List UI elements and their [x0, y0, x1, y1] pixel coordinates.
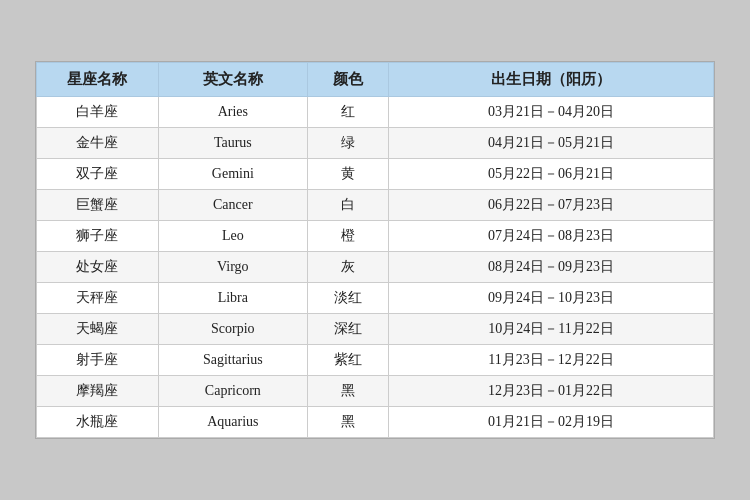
table-row: 狮子座Leo橙07月24日－08月23日	[37, 221, 714, 252]
cell-color: 深红	[307, 314, 388, 345]
cell-en: Aquarius	[158, 407, 307, 438]
cell-color: 黄	[307, 159, 388, 190]
cell-en: Leo	[158, 221, 307, 252]
cell-color: 橙	[307, 221, 388, 252]
table-row: 射手座Sagittarius紫红11月23日－12月22日	[37, 345, 714, 376]
zodiac-table: 星座名称 英文名称 颜色 出生日期（阳历） 白羊座Aries红03月21日－04…	[36, 62, 714, 438]
table-row: 天秤座Libra淡红09月24日－10月23日	[37, 283, 714, 314]
header-date: 出生日期（阳历）	[389, 63, 714, 97]
header-color: 颜色	[307, 63, 388, 97]
cell-zh: 白羊座	[37, 97, 159, 128]
cell-date: 10月24日－11月22日	[389, 314, 714, 345]
cell-en: Scorpio	[158, 314, 307, 345]
cell-color: 紫红	[307, 345, 388, 376]
cell-date: 06月22日－07月23日	[389, 190, 714, 221]
cell-en: Virgo	[158, 252, 307, 283]
table-row: 白羊座Aries红03月21日－04月20日	[37, 97, 714, 128]
cell-date: 12月23日－01月22日	[389, 376, 714, 407]
cell-zh: 天蝎座	[37, 314, 159, 345]
header-zh: 星座名称	[37, 63, 159, 97]
cell-color: 红	[307, 97, 388, 128]
table-row: 摩羯座Capricorn黑12月23日－01月22日	[37, 376, 714, 407]
cell-en: Libra	[158, 283, 307, 314]
cell-color: 黑	[307, 407, 388, 438]
cell-date: 11月23日－12月22日	[389, 345, 714, 376]
table-row: 巨蟹座Cancer白06月22日－07月23日	[37, 190, 714, 221]
cell-zh: 天秤座	[37, 283, 159, 314]
cell-date: 09月24日－10月23日	[389, 283, 714, 314]
table-row: 金牛座Taurus绿04月21日－05月21日	[37, 128, 714, 159]
table-row: 天蝎座Scorpio深红10月24日－11月22日	[37, 314, 714, 345]
cell-zh: 摩羯座	[37, 376, 159, 407]
header-en: 英文名称	[158, 63, 307, 97]
cell-en: Aries	[158, 97, 307, 128]
cell-date: 07月24日－08月23日	[389, 221, 714, 252]
cell-en: Sagittarius	[158, 345, 307, 376]
cell-date: 08月24日－09月23日	[389, 252, 714, 283]
cell-date: 03月21日－04月20日	[389, 97, 714, 128]
cell-zh: 狮子座	[37, 221, 159, 252]
cell-en: Gemini	[158, 159, 307, 190]
cell-zh: 双子座	[37, 159, 159, 190]
cell-zh: 金牛座	[37, 128, 159, 159]
cell-date: 01月21日－02月19日	[389, 407, 714, 438]
table-body: 白羊座Aries红03月21日－04月20日金牛座Taurus绿04月21日－0…	[37, 97, 714, 438]
cell-color: 绿	[307, 128, 388, 159]
cell-en: Taurus	[158, 128, 307, 159]
table-row: 双子座Gemini黄05月22日－06月21日	[37, 159, 714, 190]
cell-color: 灰	[307, 252, 388, 283]
cell-color: 黑	[307, 376, 388, 407]
cell-color: 白	[307, 190, 388, 221]
zodiac-table-container: 星座名称 英文名称 颜色 出生日期（阳历） 白羊座Aries红03月21日－04…	[35, 61, 715, 439]
cell-zh: 巨蟹座	[37, 190, 159, 221]
cell-color: 淡红	[307, 283, 388, 314]
cell-en: Cancer	[158, 190, 307, 221]
cell-zh: 射手座	[37, 345, 159, 376]
cell-zh: 水瓶座	[37, 407, 159, 438]
cell-date: 05月22日－06月21日	[389, 159, 714, 190]
table-header-row: 星座名称 英文名称 颜色 出生日期（阳历）	[37, 63, 714, 97]
cell-date: 04月21日－05月21日	[389, 128, 714, 159]
table-row: 处女座Virgo灰08月24日－09月23日	[37, 252, 714, 283]
cell-en: Capricorn	[158, 376, 307, 407]
table-row: 水瓶座Aquarius黑01月21日－02月19日	[37, 407, 714, 438]
cell-zh: 处女座	[37, 252, 159, 283]
